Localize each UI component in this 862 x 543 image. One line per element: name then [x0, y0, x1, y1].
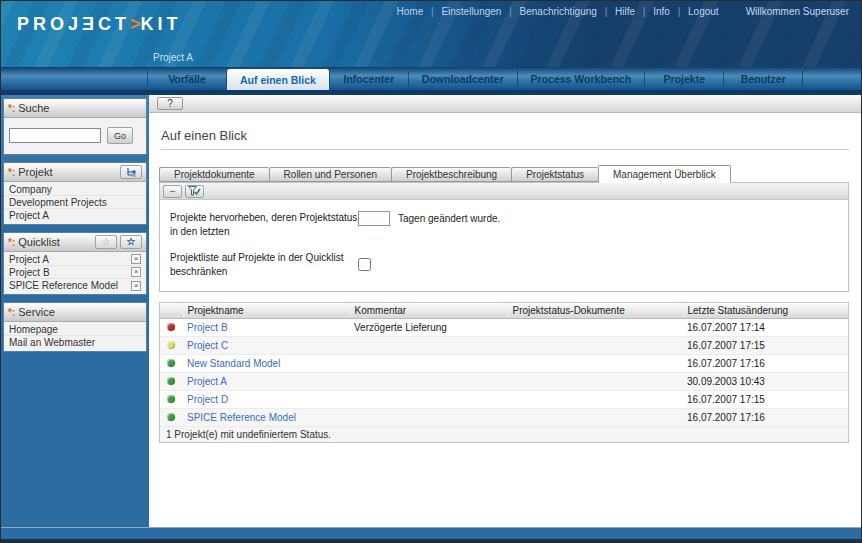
content-tab-rollen-und-personen[interactable]: Rollen und Personen — [269, 167, 391, 182]
content-tab-projektdokumente[interactable]: Projektdokumente — [159, 167, 269, 182]
quicklist-star-outline-button[interactable]: ☆ — [95, 235, 117, 249]
main-tab-auf-einen-blick[interactable]: Auf einen Blick — [227, 69, 329, 90]
nav-link-info[interactable]: Info — [653, 6, 670, 17]
help-button[interactable]: ? — [157, 97, 183, 110]
content-tab-projektbeschreibung[interactable]: Projektbeschreibung — [391, 167, 511, 182]
project-name-cell: Project A — [183, 372, 350, 390]
status-red-icon — [167, 323, 175, 331]
status-cell — [160, 372, 183, 390]
project-tree-button[interactable] — [120, 165, 142, 179]
main-tab-downloadcenter[interactable]: Downloadcenter — [409, 67, 517, 90]
project-link-new-standard-model[interactable]: New Standard Model — [187, 358, 280, 369]
comment-cell — [350, 372, 508, 390]
main-tab-benutzer[interactable]: Benutzer — [724, 67, 802, 90]
quicklist-item-project-a[interactable]: Project A× — [4, 253, 146, 266]
project-name-cell: New Standard Model — [183, 354, 350, 372]
tab-divider — [802, 71, 803, 86]
nav-link-einstellungen[interactable]: Einstellungen — [441, 6, 501, 17]
table-row: Project C16.07.2007 17:15 — [160, 336, 848, 354]
panel-bullet-icon: *: — [8, 103, 15, 114]
project-item-company[interactable]: Company — [4, 183, 146, 196]
project-link-project-a[interactable]: Project A — [187, 376, 227, 387]
project-panel-title: Projekt — [18, 166, 52, 178]
collapse-button[interactable]: – — [163, 185, 182, 198]
status-green-icon — [167, 413, 175, 421]
comment-cell — [350, 354, 508, 372]
project-item-development-projects[interactable]: Development Projects — [4, 196, 146, 209]
project-name-cell: Project C — [183, 336, 350, 354]
main-tab-bar: VorfälleAuf einen BlickInfocenterDownloa… — [1, 67, 861, 90]
banner: PROJƎCT>KIT Home | Einstellungen | Benac… — [1, 1, 861, 67]
application-window: PROJƎCT>KIT Home | Einstellungen | Benac… — [0, 0, 862, 543]
nav-link-hilfe[interactable]: Hilfe — [615, 6, 635, 17]
quicklist-filter-label: Projektliste auf Projekte in der Quickli… — [170, 251, 358, 278]
table-row: Project D16.07.2007 17:15 — [160, 390, 848, 408]
quicklist-item-project-b[interactable]: Project B× — [4, 266, 146, 279]
table-row: Project A30.09.2003 10:43 — [160, 372, 848, 390]
status-green-icon — [167, 395, 175, 403]
sidebar: *: Suche Go *: Projekt — [1, 95, 149, 527]
search-input[interactable] — [9, 128, 101, 143]
quicklist-filter-row: Projektliste auf Projekte in der Quickli… — [170, 251, 838, 278]
docs-cell — [508, 318, 683, 336]
project-link-project-b[interactable]: Project B — [187, 322, 228, 333]
status-green-icon — [167, 359, 175, 367]
service-item-mail-an-webmaster[interactable]: Mail an Webmaster — [4, 336, 146, 349]
main-tab-process-workbench[interactable]: Process Workbench — [518, 67, 645, 90]
table-body: Project BVerzögerte Lieferung16.07.2007 … — [160, 318, 848, 426]
nav-link-logout[interactable]: Logout — [688, 6, 719, 17]
remove-icon[interactable]: × — [131, 267, 141, 277]
table-row: New Standard Model16.07.2007 17:16 — [160, 354, 848, 372]
content-tab-management-berblick[interactable]: Management Überblick — [598, 165, 731, 183]
project-name-cell: Project D — [183, 390, 350, 408]
quicklist-star-button[interactable]: ☆ — [120, 235, 142, 249]
changed-cell: 16.07.2007 17:15 — [683, 336, 848, 354]
list-item-label: SPICE Reference Model — [9, 280, 118, 291]
column-header-projektstatus-dokumente: Projektstatus-Dokumente — [508, 303, 683, 318]
project-panel-header: *: Projekt — [4, 163, 146, 182]
table-row: Project BVerzögerte Lieferung16.07.2007 … — [160, 318, 848, 336]
table-row: SPICE Reference Model16.07.2007 17:16 — [160, 408, 848, 426]
list-item-label: Development Projects — [9, 197, 107, 208]
status-green-icon — [167, 377, 175, 385]
project-item-project-a[interactable]: Project A — [4, 209, 146, 222]
comment-cell — [350, 408, 508, 426]
project-link-project-d[interactable]: Project D — [187, 394, 228, 405]
table-header-row: ProjektnameKommentarProjektstatus-Dokume… — [160, 303, 848, 318]
project-list: CompanyDevelopment ProjectsProject A — [4, 182, 146, 224]
filter-toolbar: – — [160, 183, 848, 200]
apply-filter-button[interactable] — [185, 185, 204, 198]
table-footer-text: 1 Projekt(e) mit undefiniertem Status. — [160, 426, 848, 442]
main-tab-projekte[interactable]: Projekte — [645, 67, 723, 90]
service-panel-title: Service — [18, 306, 55, 318]
quicklist-panel-title: Quicklist — [18, 236, 60, 248]
quicklist-list: Project A×Project B×SPICE Reference Mode… — [4, 252, 146, 294]
highlight-filter-label: Projekte hervorheben, deren Projektstatu… — [170, 211, 358, 238]
changed-cell: 16.07.2007 17:14 — [683, 318, 848, 336]
service-panel-header: *: Service — [4, 303, 146, 322]
list-item-label: Company — [9, 184, 52, 195]
content-tab-projektstatus[interactable]: Projektstatus — [511, 167, 598, 182]
days-input[interactable] — [358, 211, 390, 226]
top-nav-links: Home | Einstellungen | Benachrichtigung … — [392, 6, 724, 17]
docs-cell — [508, 354, 683, 372]
remove-icon[interactable]: × — [131, 254, 141, 264]
main-tab-infocenter[interactable]: Infocenter — [330, 67, 408, 90]
quicklist-item-spice-reference-model[interactable]: SPICE Reference Model× — [4, 279, 146, 292]
remove-icon[interactable]: × — [131, 281, 141, 291]
content-tab-bar: ProjektdokumenteRollen und PersonenProje… — [159, 165, 849, 182]
status-yellow-icon — [167, 341, 175, 349]
project-link-project-c[interactable]: Project C — [187, 340, 228, 351]
status-cell — [160, 390, 183, 408]
changed-cell: 16.07.2007 17:16 — [683, 354, 848, 372]
hierarchy-tree-icon — [126, 167, 137, 177]
nav-link-benachrichtigung[interactable]: Benachrichtigung — [520, 6, 597, 17]
project-link-spice-reference-model[interactable]: SPICE Reference Model — [187, 412, 296, 423]
main-tab-vorf-lle[interactable]: Vorfälle — [148, 67, 226, 90]
nav-link-home[interactable]: Home — [397, 6, 424, 17]
service-item-homepage[interactable]: Homepage — [4, 323, 146, 336]
quicklist-filter-checkbox[interactable] — [358, 258, 371, 271]
search-panel: *: Suche Go — [3, 98, 147, 155]
search-go-button[interactable]: Go — [107, 127, 133, 144]
search-panel-title: Suche — [18, 102, 49, 114]
